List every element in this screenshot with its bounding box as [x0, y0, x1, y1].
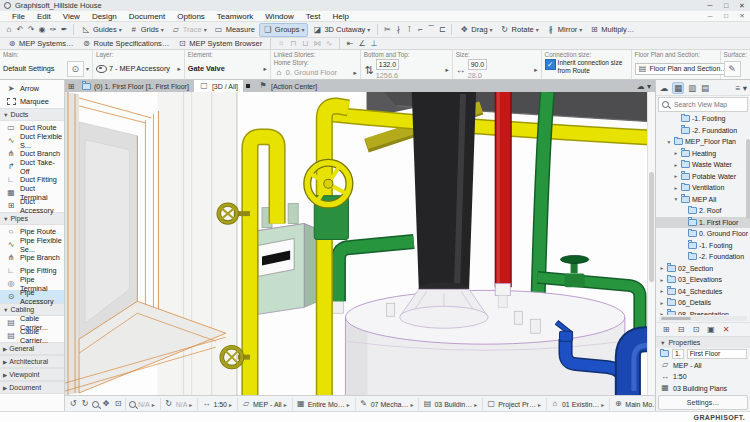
tab-menu-cloud-icon[interactable]: ☁ ▾	[637, 82, 651, 91]
menu-view[interactable]: View	[57, 12, 86, 21]
size-width-input[interactable]: 90.0	[468, 59, 488, 70]
element-flyout-icon[interactable]: ▸	[264, 65, 267, 73]
save-view-icon[interactable]: ⊡	[691, 325, 701, 335]
menu-test[interactable]: Test	[300, 12, 327, 21]
tree-item[interactable]: ▸Waste Water	[656, 159, 750, 171]
tool-pipe-branch[interactable]: ⋔Pipe Branch	[0, 251, 64, 264]
tree-item[interactable]: -2. Foundation	[656, 251, 750, 263]
close-button[interactable]: ✕	[734, 0, 750, 11]
quick-option-layers[interactable]: ▱MEP - All▸	[237, 398, 290, 410]
quick-option-orbit[interactable]: ↻N/A▸	[160, 398, 196, 410]
view-map-icon[interactable]: ▦	[672, 82, 684, 94]
green-valve-body[interactable]	[565, 273, 585, 287]
toolbar-button-multiply[interactable]: ⊞Multiply…	[586, 24, 637, 36]
menu-window[interactable]: Window	[259, 12, 299, 21]
tree-item[interactable]: 2. Roof	[656, 205, 750, 217]
tool-arrow[interactable]: ➤Arrow	[0, 82, 64, 95]
blue-valve[interactable]	[560, 331, 573, 341]
size-flyout-icon[interactable]: ▸	[534, 66, 537, 74]
toolbox-section-ducts[interactable]: ▼Ducts	[0, 108, 64, 121]
flue-black[interactable]	[412, 92, 476, 294]
tree-hscrollbar[interactable]	[659, 316, 747, 321]
link-view-icon[interactable]: ▣	[706, 325, 716, 335]
quick-option-scale[interactable]: ↔1:50▸	[197, 398, 235, 410]
menu-edit[interactable]: Edit	[31, 12, 57, 21]
navigator-menu-icon[interactable]: ≡ ▾	[735, 83, 747, 93]
tree-item[interactable]: ▸02_Section	[656, 263, 750, 275]
layer-visibility-icon[interactable]	[96, 65, 107, 73]
toolbar-button-rotate[interactable]: ↻Rotate▾	[497, 24, 542, 36]
menu-design[interactable]: Design	[86, 12, 123, 21]
tree-item[interactable]: ▸04_Schedules	[656, 286, 750, 298]
home-story-value[interactable]: 0. Ground Floor	[286, 68, 337, 77]
tree-scrollbar-thumb[interactable]	[746, 139, 750, 219]
delete-icon[interactable]: ✕	[721, 325, 731, 335]
toolbar-button-drag[interactable]: ✥Drag▾	[456, 24, 495, 36]
default-settings-button[interactable]: Default Settings	[3, 64, 55, 73]
tool-duct-flexible[interactable]: ∿Duct Flexible S...	[0, 134, 64, 147]
menu-options[interactable]: Options	[171, 12, 211, 21]
layer-flyout-icon[interactable]: ▸	[178, 65, 181, 73]
quick-option-magnify[interactable]: N/A▸	[125, 398, 158, 410]
3d-viewport[interactable]	[65, 92, 655, 395]
tool-pipe-accessory[interactable]: ⊙Pipe Accessory	[0, 290, 64, 303]
tree-item[interactable]: 1. First Floor	[656, 217, 750, 229]
tree-item[interactable]: ▾MEP_Floor Plan	[656, 136, 750, 148]
tool-duct-accessory[interactable]: ⊞Duct Accessory	[0, 199, 64, 212]
tool-cable-carrier[interactable]: ▤Cable Carrier...	[0, 329, 64, 342]
tree-item[interactable]: -2. Foundation	[656, 125, 750, 137]
minimize-button[interactable]: ─	[702, 0, 718, 11]
layout-book-icon[interactable]: ▥	[687, 83, 697, 93]
quick-option-position[interactable]: ⊕Main Mo…▸	[609, 398, 655, 410]
story-name-field[interactable]: First Floor	[687, 349, 747, 359]
tree-item[interactable]: -1. Footing	[656, 113, 750, 125]
menu-teamwork[interactable]: Teamwork	[211, 12, 259, 21]
toolbar-button-guides[interactable]: ◺Guides▾	[78, 24, 125, 36]
maximize-button[interactable]: □	[718, 0, 734, 11]
tree-hscrollbar-thumb[interactable]	[661, 317, 691, 320]
quick-option-dimensions[interactable]: ▤03 Buildin…▸	[418, 398, 480, 410]
surface-painter-icon[interactable]: ✎	[724, 61, 741, 77]
top-elevation-input[interactable]: 132.0	[376, 59, 400, 70]
valve-preview-icon[interactable]: ⊙	[67, 61, 84, 77]
green-valve-handwheel[interactable]	[561, 255, 589, 263]
tab-overview-icon[interactable]: ⊞	[65, 82, 77, 91]
properties-header[interactable]: ▼ Properties	[656, 336, 750, 348]
tree-item[interactable]: ▾MEP All	[656, 194, 750, 206]
toolbar-button-cutaway[interactable]: ◪3D Cutaway▾	[309, 24, 373, 36]
toolbox-section-document[interactable]: ▶Document	[0, 381, 64, 394]
red-riser-pipe[interactable]	[498, 92, 503, 287]
tree-item[interactable]: ▸Potable Water	[656, 171, 750, 183]
viewport-scrollbar[interactable]	[647, 92, 655, 395]
quick-option-renovation[interactable]: ▢Project Pr…▸	[482, 398, 544, 410]
toolbar-button-measure[interactable]: ▭Measure	[211, 24, 258, 36]
tree-item[interactable]: ▸08_Presentation	[656, 309, 750, 316]
project-chooser-icon[interactable]: ☁	[659, 83, 669, 93]
publisher-icon[interactable]: ▤	[700, 83, 710, 93]
mep-button-mep-systems[interactable]: ⊛MEP Systems…	[4, 38, 76, 50]
settings-button[interactable]: Settings…	[658, 395, 748, 410]
menu-document[interactable]: Document	[123, 12, 171, 21]
tree-item[interactable]: ▸06_Details	[656, 297, 750, 309]
tool-duct-takeoff[interactable]: ↱Duct Take-Off	[0, 160, 64, 173]
tree-item[interactable]: ▸Heating	[656, 148, 750, 160]
tab-2[interactable]: ▢[3D / All]	[194, 80, 243, 92]
toolbar-button-groups[interactable]: ❑Groups▾	[259, 23, 309, 37]
tab-1[interactable]: (0) 1. First Floor [1. First Floor]	[77, 80, 194, 92]
doc-maximize-button[interactable]: □	[718, 11, 734, 21]
view-map-search[interactable]	[658, 97, 748, 112]
mep-button-mep-browser[interactable]: ⊡MEP System Browser	[174, 38, 265, 50]
tree-item[interactable]: ▸Ventilation	[656, 182, 750, 194]
toolbox-section-architectural[interactable]: ▶Architectural	[0, 355, 64, 368]
menu-help[interactable]: Help	[326, 12, 354, 21]
layer-value[interactable]: 7 - MEP.Accessory	[109, 64, 170, 73]
menu-file[interactable]: File	[6, 12, 31, 21]
bottom-top-flyout-icon[interactable]: ▸	[445, 66, 448, 74]
quick-option-structure[interactable]: ▦Entire Mo…▸	[292, 398, 353, 410]
inherit-connection-checkbox[interactable]: ✓	[545, 59, 556, 70]
toolbar-button-mirror[interactable]: ∦Mirror▾	[543, 24, 586, 36]
quick-option-pen[interactable]: ✎07 Mecha…▸	[355, 398, 417, 410]
tool-marquee[interactable]: Marquee	[0, 95, 64, 108]
tree-item[interactable]: ▸03_Elevations	[656, 274, 750, 286]
3d-scene[interactable]	[65, 92, 655, 395]
